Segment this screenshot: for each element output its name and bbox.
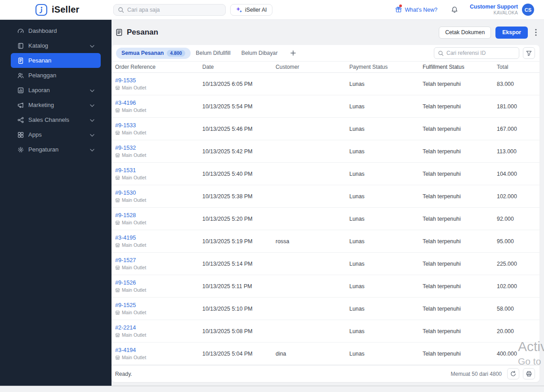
account-info[interactable]: Customer Support KAVALOKA (470, 4, 518, 16)
table-row[interactable]: #9-1535 Main Outlet 10/13/2025 6:05 PM L… (111, 73, 540, 95)
outlet-name: Main Outlet (122, 220, 146, 225)
outlet-label: Main Outlet (115, 85, 202, 90)
chevron-down-icon (90, 146, 94, 153)
sidebar-item-pengaturan[interactable]: Pengaturan (11, 142, 101, 157)
order-total: 58.000 (497, 306, 536, 312)
table-row[interactable]: #9-1525 Main Outlet 10/13/2025 5:10 PM L… (111, 298, 540, 320)
table-row[interactable]: #9-1526 Main Outlet 10/13/2025 5:11 PM L… (111, 275, 540, 298)
sidebar-item-laporan[interactable]: Laporan (11, 83, 101, 98)
iseller-logo[interactable]: iSeller (0, 4, 111, 16)
sidebar-item-sales-channels[interactable]: Sales Channels (11, 112, 101, 127)
table-row[interactable]: #9-1532 Main Outlet 10/13/2025 5:42 PM L… (111, 140, 540, 163)
tab-label: Belum Dibayar (241, 50, 278, 56)
sidebar-item-katalog[interactable]: Katalog (11, 38, 101, 53)
more-options-button[interactable] (532, 27, 540, 38)
fulfillment-status: Telah terpenuhi (423, 171, 497, 177)
page-header: Pesanan Cetak Dokumen Ekspor (111, 20, 540, 45)
order-reference-link[interactable]: #3-4196 (115, 100, 202, 106)
export-button[interactable]: Ekspor (495, 27, 528, 39)
sidebar-item-pesanan[interactable]: Pesanan (11, 53, 101, 68)
table-row[interactable]: #9-1527 Main Outlet 10/13/2025 5:14 PM L… (111, 253, 540, 275)
order-reference-link[interactable]: #9-1535 (115, 77, 202, 84)
chevron-down-icon (90, 116, 94, 123)
order-reference-link[interactable]: #2-2214 (115, 325, 202, 331)
global-search[interactable] (113, 4, 226, 16)
outlet-icon (115, 288, 120, 293)
order-date: 10/13/2025 5:04 PM (202, 351, 276, 357)
outlet-name: Main Outlet (122, 265, 146, 270)
table-row[interactable]: #3-4194 Main Outlet 10/13/2025 5:04 PM d… (111, 343, 540, 365)
fulfillment-status: Telah terpenuhi (423, 328, 497, 334)
reference-search[interactable] (434, 47, 519, 59)
outlet-label: Main Outlet (115, 197, 202, 203)
table-row[interactable]: #3-4196 Main Outlet 10/13/2025 5:54 PM L… (111, 95, 540, 118)
order-reference-link[interactable]: #9-1530 (115, 190, 202, 196)
fulfillment-status: Telah terpenuhi (423, 238, 497, 245)
outlet-name: Main Outlet (122, 355, 146, 360)
reference-search-input[interactable] (446, 50, 515, 56)
iseller-ai-button[interactable]: iSeller AI (230, 4, 272, 16)
payment-status: Lunas (349, 328, 423, 334)
account-company: KAVALOKA (494, 10, 518, 16)
print-document-button[interactable]: Cetak Dokumen (439, 27, 491, 39)
table-row[interactable]: #9-1533 Main Outlet 10/13/2025 5:46 PM L… (111, 118, 540, 140)
orders-page-icon (115, 28, 123, 36)
fulfillment-status: Telah terpenuhi (423, 193, 497, 200)
app-screen: iSeller iSeller AI (0, 0, 544, 392)
table-row[interactable]: #2-2214 Main Outlet 10/13/2025 5:08 PM L… (111, 320, 540, 343)
order-reference-link[interactable]: #9-1528 (115, 212, 202, 218)
print-list-button[interactable] (523, 368, 535, 379)
order-reference-link[interactable]: #3-4194 (115, 347, 202, 353)
outlet-label: Main Outlet (115, 355, 202, 360)
window-bottom-edge (0, 386, 544, 392)
sidebar-item-pelanggan[interactable]: Pelanggan (11, 68, 101, 83)
outlet-label: Main Outlet (115, 242, 202, 248)
outlet-name: Main Outlet (122, 85, 146, 90)
order-customer: dina (276, 351, 349, 357)
table-row[interactable]: #9-1528 Main Outlet 10/13/2025 5:20 PM L… (111, 208, 540, 230)
gift-icon (395, 6, 402, 13)
filter-button[interactable] (523, 47, 535, 59)
outlet-label: Main Outlet (115, 332, 202, 338)
outlet-icon (115, 198, 120, 203)
sidebar-item-apps[interactable]: Apps (11, 127, 101, 142)
outlet-label: Main Outlet (115, 287, 202, 293)
outlet-icon (115, 243, 120, 248)
order-reference-link[interactable]: #3-4195 (115, 235, 202, 241)
order-total: 113.000 (497, 148, 536, 155)
notifications-button[interactable] (451, 6, 458, 13)
sidebar-item-marketing[interactable]: Marketing (11, 98, 101, 112)
outlet-label: Main Outlet (115, 265, 202, 270)
pengaturan-icon (17, 146, 24, 153)
order-total: 102.000 (497, 283, 536, 290)
table-row[interactable]: #9-1530 Main Outlet 10/13/2025 5:38 PM L… (111, 185, 540, 208)
order-reference-link[interactable]: #9-1525 (115, 302, 202, 308)
outlet-name: Main Outlet (122, 175, 146, 180)
order-reference-link[interactable]: #9-1532 (115, 145, 202, 151)
chevron-down-icon (90, 102, 94, 108)
tab-belum-difullfill[interactable]: Belum Difullfill (191, 48, 236, 59)
avatar[interactable]: CS (522, 4, 534, 16)
payment-status: Lunas (349, 306, 423, 312)
payment-status: Lunas (349, 261, 423, 267)
loading-info: Memuat 50 dari 4800 (451, 371, 502, 377)
table-row[interactable]: #3-4195 Main Outlet 10/13/2025 5:19 PM r… (111, 230, 540, 253)
tab-semua-pesanan[interactable]: Semua Pesanan 4.800 (116, 48, 191, 59)
order-date: 10/13/2025 5:42 PM (202, 148, 276, 155)
sidebar-item-label: Sales Channels (28, 116, 69, 123)
order-reference-link[interactable]: #9-1527 (115, 257, 202, 263)
add-tab-button[interactable] (288, 48, 298, 58)
global-search-input[interactable] (127, 7, 221, 13)
sidebar-item-dashboard[interactable]: Dashboard (11, 23, 101, 38)
outlet-icon (115, 108, 120, 113)
tabs-bar: Semua Pesanan 4.800 Belum Difullfill Bel… (111, 45, 540, 62)
outlet-name: Main Outlet (122, 310, 146, 315)
table-row[interactable]: #9-1531 Main Outlet 10/13/2025 5:40 PM L… (111, 163, 540, 185)
order-reference-link[interactable]: #9-1526 (115, 280, 202, 286)
whats-new-button[interactable]: What's New? (395, 6, 437, 13)
outlet-label: Main Outlet (115, 152, 202, 158)
tab-belum-dibayar[interactable]: Belum Dibayar (236, 48, 283, 59)
refresh-button[interactable] (507, 368, 519, 379)
order-reference-link[interactable]: #9-1531 (115, 167, 202, 174)
order-reference-link[interactable]: #9-1533 (115, 122, 202, 129)
